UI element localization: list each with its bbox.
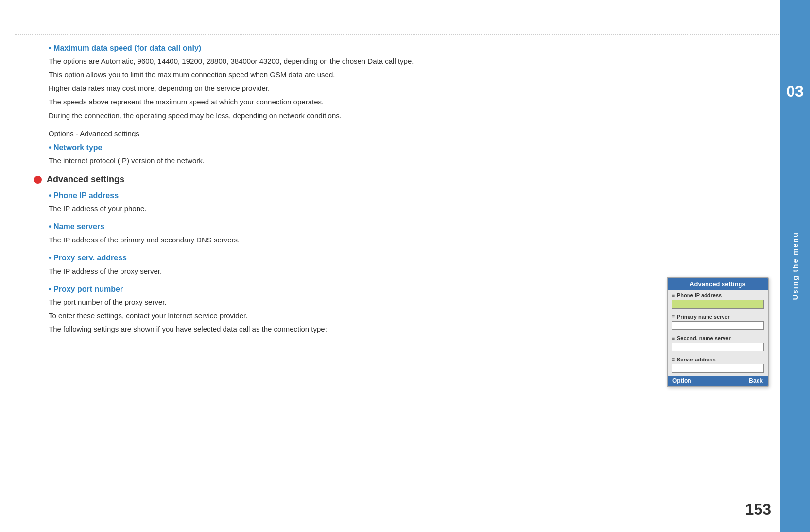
phone-row-1: Phone IP address	[668, 290, 768, 311]
phone-back-button[interactable]: Back	[749, 378, 763, 384]
main-content: • Maximum data speed (for data call only…	[34, 44, 771, 503]
proxy-serv-body: The IP address of the proxy server.	[49, 265, 771, 277]
options-line: Options - Advanced settings	[34, 129, 771, 137]
phone-field4-label: Server address	[672, 356, 764, 363]
proxy-port-section: • Proxy port number The port number of t…	[34, 285, 771, 335]
chapter-number: 03	[780, 75, 810, 108]
max-data-speed-line2: This option allows you to limit the maxi…	[49, 69, 771, 81]
phone-field3-label: Second. name server	[672, 335, 764, 342]
phone-option-button[interactable]: Option	[672, 378, 691, 384]
phone-ip-section: • Phone IP address The IP address of you…	[34, 191, 771, 215]
proxy-port-line3: The following settings are shown if you …	[49, 324, 771, 335]
phone-row-4: Server address	[668, 354, 768, 376]
phone-screenshot: Advanced settings Phone IP address Prima…	[667, 277, 769, 387]
phone-ip-body: The IP address of your phone.	[49, 203, 771, 215]
max-data-speed-line5: During the connection, the operating spe…	[49, 110, 771, 121]
network-type-heading: • Network type	[49, 143, 771, 152]
phone-field1-label: Phone IP address	[672, 292, 764, 299]
proxy-serv-heading: • Proxy serv. address	[49, 254, 771, 262]
max-data-speed-line1: The options are Automatic, 9600, 14400, …	[49, 55, 771, 67]
phone-title-bar: Advanced settings	[668, 278, 768, 290]
network-type-body: The internet protocol (IP) version of th…	[49, 155, 771, 167]
max-data-speed-line4: The speeds above represent the maximum s…	[49, 96, 771, 108]
page-number: 153	[745, 500, 771, 518]
sidebar-label: Using the menu	[791, 232, 799, 300]
phone-field3-input[interactable]	[672, 343, 764, 351]
phone-row-2: Primary name server	[668, 311, 768, 333]
phone-field2-label: Primary name server	[672, 313, 764, 320]
right-sidebar: 03 Using the menu	[780, 0, 810, 532]
phone-ip-heading: • Phone IP address	[49, 191, 771, 200]
phone-bottom-bar: Option Back	[668, 376, 768, 386]
max-data-speed-line3: Higher data rates may cost more, dependi…	[49, 83, 771, 94]
max-data-speed-section: • Maximum data speed (for data call only…	[34, 44, 771, 121]
network-type-section: • Network type The internet protocol (IP…	[34, 143, 771, 167]
phone-field2-input[interactable]	[672, 321, 764, 330]
proxy-port-heading: • Proxy port number	[49, 285, 771, 293]
name-servers-heading: • Name servers	[49, 223, 771, 231]
proxy-port-line2: To enter these settings, contact your In…	[49, 310, 771, 322]
phone-row-3: Second. name server	[668, 333, 768, 354]
advanced-settings-heading: Advanced settings	[47, 174, 124, 185]
phone-field4-input[interactable]	[672, 364, 764, 373]
proxy-serv-section: • Proxy serv. address The IP address of …	[34, 254, 771, 277]
top-border	[15, 34, 781, 35]
phone-field1-input[interactable]	[672, 300, 764, 309]
proxy-port-line1: The port number of the proxy server.	[49, 296, 771, 308]
name-servers-section: • Name servers The IP address of the pri…	[34, 223, 771, 246]
red-circle-icon	[34, 176, 42, 184]
max-data-speed-heading: • Maximum data speed (for data call only…	[49, 44, 771, 52]
advanced-settings-section: Advanced settings	[34, 174, 771, 185]
name-servers-body: The IP address of the primary and second…	[49, 234, 771, 246]
